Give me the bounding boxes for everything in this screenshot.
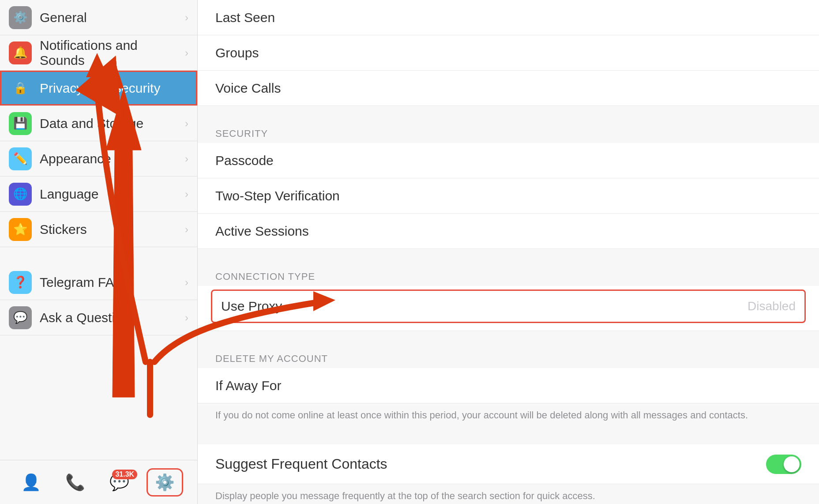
chevron-right-icon: › <box>185 153 188 165</box>
language-icon: 🌐 <box>9 183 32 206</box>
contacts-icon: 👤 <box>21 473 41 492</box>
faq-icon: ❓ <box>9 271 32 294</box>
sidebar-item-label: Privacy and Security <box>40 81 188 96</box>
sidebar-item-language[interactable]: 🌐 Language › <box>0 177 197 212</box>
nav-contacts[interactable]: 👤 <box>14 470 48 495</box>
data-icon: 💾 <box>9 112 32 135</box>
sidebar-item-ask[interactable]: 💬 Ask a Question › <box>0 300 197 335</box>
sidebar-item-data[interactable]: 💾 Data and Storage › <box>0 106 197 141</box>
appearance-icon: ✏️ <box>9 147 32 170</box>
chevron-right-icon: › <box>185 312 188 324</box>
suggest-note: Display people you message frequently at… <box>198 484 819 504</box>
general-icon: ⚙️ <box>9 6 32 29</box>
spacer <box>198 106 819 119</box>
security-section-header: SECURITY <box>198 119 819 143</box>
security-row-active-sessions[interactable]: Active Sessions <box>198 214 819 249</box>
chevron-right-icon: › <box>185 117 188 130</box>
spacer <box>198 249 819 262</box>
bottom-nav: 👤 📞 💬 31.3K ⚙️ <box>0 460 197 504</box>
ask-icon: 💬 <box>9 306 32 329</box>
privacy-row-groups[interactable]: Groups <box>198 35 819 71</box>
calls-icon: 📞 <box>65 473 85 492</box>
sidebar-item-label: Telegram FAQ <box>40 275 185 290</box>
sidebar-item-label: Stickers <box>40 222 185 237</box>
sidebar-item-stickers[interactable]: ⭐ Stickers › <box>0 212 197 247</box>
sidebar-item-label: Ask a Question <box>40 310 185 325</box>
if-away-label: If Away For <box>215 378 801 393</box>
sidebar-item-label: Language <box>40 187 185 202</box>
use-proxy-value: Disabled <box>748 299 796 313</box>
security-row-passcode[interactable]: Passcode <box>198 143 819 178</box>
chevron-right-icon: › <box>185 47 188 59</box>
sidebar-item-notifications[interactable]: 🔔 Notifications and Sounds › <box>0 35 197 71</box>
sidebar-item-general[interactable]: ⚙️ General › <box>0 0 197 35</box>
delete-section-label: DELETE MY ACCOUNT <box>215 353 328 364</box>
connection-section-label: CONNECTION TYPE <box>215 271 315 282</box>
delete-note: If you do not come online at least once … <box>198 403 819 431</box>
delete-row-if-away[interactable]: If Away For <box>198 368 819 403</box>
sidebar: ⚙️ General › 🔔 Notifications and Sounds … <box>0 0 198 504</box>
two-step-label: Two-Step Verification <box>215 188 801 203</box>
sidebar-item-label: General <box>40 10 185 25</box>
delete-section-header: DELETE MY ACCOUNT <box>198 344 819 368</box>
chats-badge: 31.3K <box>112 470 137 479</box>
spacer <box>198 331 819 344</box>
sidebar-items-list: ⚙️ General › 🔔 Notifications and Sounds … <box>0 0 197 460</box>
security-row-two-step[interactable]: Two-Step Verification <box>198 178 819 214</box>
sidebar-item-appearance[interactable]: ✏️ Appearance › <box>0 141 197 177</box>
main-content: Last Seen Groups Voice Calls SECURITY Pa… <box>198 0 819 504</box>
sidebar-item-label: Notifications and Sounds <box>40 38 185 68</box>
sidebar-item-label: Appearance <box>40 151 185 166</box>
last-seen-label: Last Seen <box>215 10 801 25</box>
suggest-contacts-label: Suggest Frequent Contacts <box>215 456 766 472</box>
security-section-label: SECURITY <box>215 128 268 139</box>
chevron-right-icon: › <box>185 223 188 236</box>
settings-icon: ⚙️ <box>155 473 175 492</box>
sidebar-item-label: Data and Storage <box>40 116 185 131</box>
chevron-right-icon: › <box>185 188 188 200</box>
use-proxy-row-wrapper: Use Proxy Disabled <box>211 290 806 323</box>
active-sessions-label: Active Sessions <box>215 224 801 239</box>
chevron-right-icon: › <box>185 11 188 24</box>
nav-chats[interactable]: 💬 31.3K <box>102 470 136 495</box>
nav-calls[interactable]: 📞 <box>58 470 92 495</box>
spacer <box>198 431 819 444</box>
chevron-right-icon: › <box>185 276 188 289</box>
suggest-contacts-row[interactable]: Suggest Frequent Contacts <box>198 444 819 484</box>
stickers-icon: ⭐ <box>9 218 32 241</box>
privacy-row-last-seen[interactable]: Last Seen <box>198 0 819 35</box>
suggest-contacts-toggle[interactable] <box>766 455 801 474</box>
notifications-icon: 🔔 <box>9 41 32 64</box>
privacy-row-voice-calls[interactable]: Voice Calls <box>198 71 819 106</box>
voice-calls-label: Voice Calls <box>215 81 801 96</box>
toggle-knob <box>784 456 800 472</box>
passcode-label: Passcode <box>215 153 801 168</box>
sidebar-item-privacy[interactable]: 🔒 Privacy and Security <box>0 71 197 106</box>
use-proxy-row[interactable]: Use Proxy Disabled <box>211 290 806 323</box>
groups-label: Groups <box>215 45 801 60</box>
use-proxy-label: Use Proxy <box>221 299 748 314</box>
sidebar-item-faq[interactable]: ❓ Telegram FAQ › <box>0 265 197 300</box>
privacy-icon: 🔒 <box>9 77 32 100</box>
connection-section-header: CONNECTION TYPE <box>198 262 819 286</box>
nav-settings[interactable]: ⚙️ <box>147 468 183 496</box>
